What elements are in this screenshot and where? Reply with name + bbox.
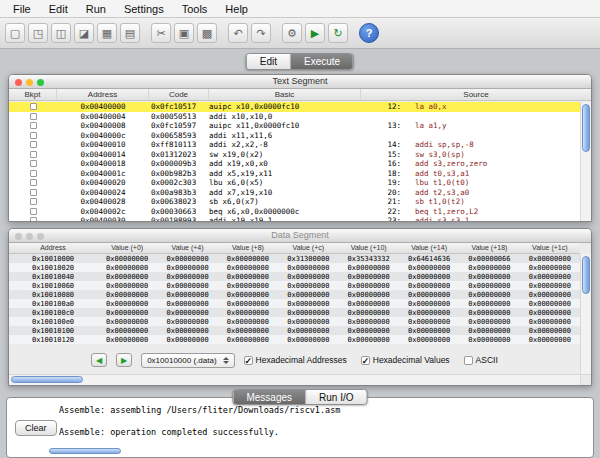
text-segment-row[interactable]: 0x0040001c0x00b982b3add x5,x19,x1118:add… — [9, 169, 580, 179]
column-header-address: Address — [9, 243, 97, 253]
messages-output[interactable]: Assemble: assembling /Users/fliter/Downl… — [59, 405, 583, 445]
maximize-button[interactable] — [37, 79, 44, 86]
paste-icon[interactable]: ▩ — [197, 23, 217, 43]
breakpoint-checkbox[interactable] — [30, 170, 37, 177]
instruction-address: 0x00400030 — [57, 216, 149, 221]
memory-value: 0x00000000 — [399, 335, 459, 345]
menu-item-tools[interactable]: Tools — [173, 0, 217, 18]
column-header-value-18: Value (+18) — [459, 243, 519, 253]
column-header-value-4: Value (+4) — [157, 243, 217, 253]
breakpoint-cell — [9, 208, 57, 215]
checkbox-hexadecimal-addresses[interactable]: ✓Hexadecimal Addresses — [244, 355, 347, 365]
column-header-address: Address — [57, 89, 149, 100]
save-icon[interactable]: ◫ — [51, 23, 71, 43]
data-segment-horizontal-scrollbar[interactable] — [9, 374, 580, 385]
console-horizontal-scrollbar-thumb[interactable] — [49, 448, 121, 454]
close-button[interactable] — [15, 79, 22, 86]
cut-icon[interactable]: ✂ — [151, 23, 171, 43]
menu-item-file[interactable]: File — [4, 0, 40, 18]
breakpoint-checkbox[interactable] — [30, 189, 37, 196]
text-segment-row[interactable]: 0x004000040x00050513addi x10,x10,0 — [9, 112, 580, 122]
breakpoint-checkbox[interactable] — [30, 151, 37, 158]
reset-icon[interactable]: ↻ — [328, 23, 348, 43]
text-segment-row[interactable]: 0x0040000c0x00658593addi x11,x11,6 — [9, 131, 580, 141]
tab-messages[interactable]: Messages — [233, 390, 306, 404]
source-line-number: 15: — [361, 150, 401, 159]
print-icon[interactable]: ▤ — [120, 23, 140, 43]
scrollbar-thumb[interactable] — [582, 256, 590, 294]
text-segment-row[interactable]: 0x004000280x00638023sb x6,0(x7)21:sb t1,… — [9, 197, 580, 207]
scrollbar-thumb[interactable] — [11, 376, 83, 383]
window-controls — [15, 233, 44, 240]
copy-icon[interactable]: ▣ — [174, 23, 194, 43]
breakpoint-checkbox[interactable] — [30, 217, 37, 221]
source-line-number: 16: — [361, 159, 401, 168]
text-segment-row[interactable]: 0x004000300x00198993addi x19,x19,123:add… — [9, 216, 580, 221]
base-address-value: 0x10010000 (.data) — [147, 356, 216, 365]
text-segment-title: Text Segment — [272, 76, 327, 86]
data-segment-row[interactable]: 0x100101200x000000000x000000000x00000000… — [9, 335, 580, 344]
checkbox-ascii[interactable]: ASCII — [464, 355, 498, 365]
breakpoint-cell — [9, 103, 57, 110]
scrollbar-thumb[interactable] — [582, 104, 590, 152]
breakpoint-checkbox[interactable] — [30, 179, 37, 186]
data-segment-vertical-scrollbar[interactable] — [580, 254, 591, 374]
undo-icon[interactable]: ↶ — [228, 23, 248, 43]
run-icon[interactable]: ▶ — [305, 23, 325, 43]
redo-icon[interactable]: ↷ — [251, 23, 271, 43]
text-segment-row[interactable]: 0x004000100xff810113addi x2,x2,-814:addi… — [9, 140, 580, 150]
instruction-basic: sw x19,0(x2) — [209, 150, 361, 159]
tab-run-i-o[interactable]: Run I/O — [306, 390, 366, 404]
text-segment-row[interactable]: 0x004000180x000009b3add x19,x0,x016:add … — [9, 159, 580, 169]
clear-button[interactable]: Clear — [15, 420, 57, 436]
data-segment-header: AddressValue (+0)Value (+4)Value (+8)Val… — [9, 243, 580, 254]
column-header-value-c: Value (+c) — [278, 243, 338, 253]
text-segment-row[interactable]: 0x004000000x0fc10517auipc x10,0x0000fc10… — [9, 102, 580, 112]
breakpoint-checkbox[interactable] — [30, 113, 37, 120]
dump-memory-icon[interactable]: ▦ — [97, 23, 117, 43]
text-segment-row[interactable]: 0x0040002c0x00030663beq x6,x0,0x0000000c… — [9, 207, 580, 217]
open-file-icon[interactable]: ◳ — [28, 23, 48, 43]
close-button[interactable] — [15, 233, 22, 240]
text-segment-row[interactable]: 0x004000200x0002c303lbu x6,0(x5)19:lbu t… — [9, 178, 580, 188]
instruction-address: 0x00400000 — [57, 102, 149, 111]
minimize-button[interactable] — [26, 79, 33, 86]
assemble-icon[interactable]: ⚙ — [282, 23, 302, 43]
instruction-basic: add x5,x19,x11 — [209, 169, 361, 178]
next-memory-button[interactable]: ▶ — [116, 353, 132, 367]
breakpoint-cell — [9, 170, 57, 177]
base-address-select[interactable]: 0x10010000 (.data) — [141, 353, 234, 368]
save-as-icon[interactable]: ◪ — [74, 23, 94, 43]
help-icon[interactable]: ? — [359, 23, 379, 43]
breakpoint-checkbox[interactable] — [30, 198, 37, 205]
menu-item-settings[interactable]: Settings — [115, 0, 173, 18]
breakpoint-checkbox[interactable] — [30, 122, 37, 129]
breakpoint-checkbox[interactable] — [30, 103, 37, 110]
column-header-code: Code — [149, 89, 209, 100]
data-segment-title: Data Segment — [271, 230, 329, 240]
column-header-source: Source — [361, 89, 591, 100]
instruction-code: 0xff810113 — [149, 140, 209, 149]
text-segment-row[interactable]: 0x004000240x00a983b3add x7,x19,x1020:add… — [9, 188, 580, 198]
menu-item-help[interactable]: Help — [216, 0, 257, 18]
menu-item-run[interactable]: Run — [77, 0, 115, 18]
prev-memory-button[interactable]: ◀ — [91, 353, 107, 367]
maximize-button[interactable] — [37, 233, 44, 240]
new-file-icon[interactable]: ▢ — [5, 23, 25, 43]
tab-execute[interactable]: Execute — [291, 54, 353, 69]
breakpoint-checkbox[interactable] — [30, 208, 37, 215]
menu-item-edit[interactable]: Edit — [40, 0, 77, 18]
minimize-button[interactable] — [26, 233, 33, 240]
checkbox-box: ✓ — [361, 356, 370, 365]
breakpoint-checkbox[interactable] — [30, 132, 37, 139]
text-segment-row[interactable]: 0x004000140x01312023sw x19,0(x2)15:sw s3… — [9, 150, 580, 160]
breakpoint-checkbox[interactable] — [30, 141, 37, 148]
breakpoint-checkbox[interactable] — [30, 160, 37, 167]
text-segment-row[interactable]: 0x004000080x0fc10597auipc x11,0x0000fc10… — [9, 121, 580, 131]
instruction-code: 0x0fc10597 — [149, 121, 209, 130]
tab-edit[interactable]: Edit — [247, 54, 291, 69]
source-line-number: 19: — [361, 178, 401, 187]
data-segment-body: 0x100100000x000000000x000000000x00000000… — [9, 254, 580, 344]
text-segment-vertical-scrollbar[interactable] — [580, 102, 591, 221]
checkbox-hexadecimal-values[interactable]: ✓Hexadecimal Values — [361, 355, 450, 365]
